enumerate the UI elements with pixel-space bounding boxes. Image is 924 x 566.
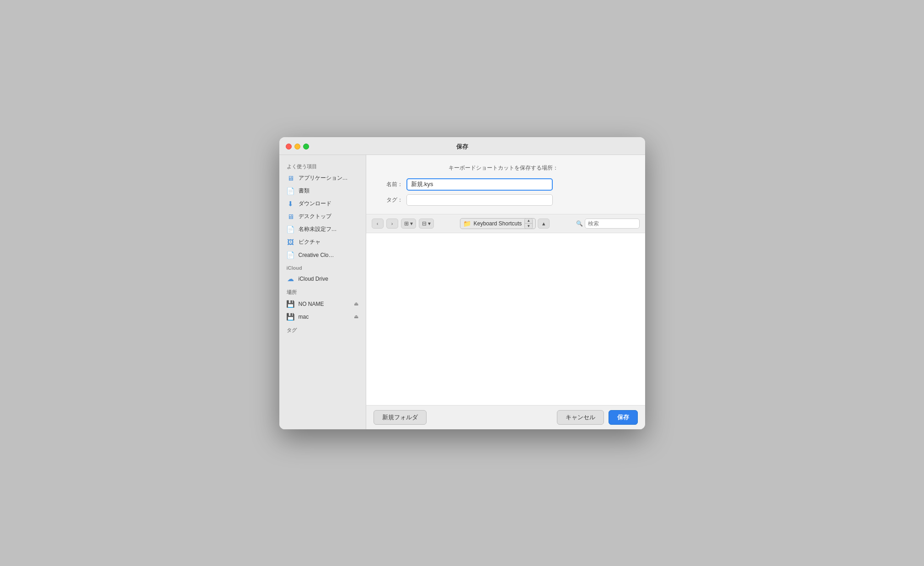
documents-icon: 📄: [287, 187, 295, 195]
sidebar: よく使う項目 🖥 アプリケーション… 📄 書類 ⬇ ダウンロード 🖥 デスクトッ…: [279, 155, 366, 429]
sidebar-item-label: アプリケーション…: [299, 174, 348, 182]
sidebar-section-icloud: iCloud: [279, 262, 366, 272]
collapse-button[interactable]: ▲: [538, 219, 550, 229]
sidebar-item-unnamed-folder[interactable]: 📄 名称未設定フ…: [281, 224, 364, 235]
location-selector[interactable]: 📁 Keyboard Shortcuts ▲ ▼: [460, 218, 536, 229]
filename-input[interactable]: [406, 178, 553, 191]
mac-drive-icon: 💾: [287, 313, 295, 321]
save-button[interactable]: 保存: [609, 410, 638, 425]
grid-view-button[interactable]: ⊟ ▾: [419, 219, 434, 229]
sidebar-item-label: iCloud Drive: [299, 276, 328, 282]
forward-button[interactable]: ›: [386, 219, 398, 229]
back-button[interactable]: ‹: [372, 219, 384, 229]
sidebar-item-mac[interactable]: 💾 mac ⏏: [281, 311, 364, 323]
drive-icon: 💾: [287, 300, 295, 308]
title-bar: 保存: [279, 137, 645, 155]
form-area: キーボードショートカットを保存する場所： 名前： タグ：: [366, 155, 645, 214]
toolbar: ‹ › ⊞ ▾ ⊟ ▾ 📁 Keyboard Shortcuts ▲: [366, 214, 645, 233]
pictures-icon: 🖼: [287, 238, 295, 246]
traffic-lights: [286, 144, 309, 150]
sidebar-item-label: ダウンロード: [299, 200, 331, 208]
creative-cloud-icon: 📄: [287, 251, 295, 259]
sidebar-item-icloud-drive[interactable]: ☁ iCloud Drive: [281, 273, 364, 285]
icon-view-icon: ⊞: [404, 220, 409, 227]
tags-input[interactable]: [406, 194, 553, 206]
stepper-down-button[interactable]: ▼: [525, 224, 532, 229]
maximize-button[interactable]: [303, 144, 309, 150]
desktop-icon: 🖥: [287, 213, 295, 221]
sidebar-item-label: 書類: [299, 187, 310, 195]
file-area: [366, 233, 645, 405]
minimize-button[interactable]: [294, 144, 300, 150]
tags-row: タグ：: [375, 194, 631, 206]
eject-icon[interactable]: ⏏: [354, 301, 358, 307]
cancel-button[interactable]: キャンセル: [557, 410, 604, 425]
main-panel: キーボードショートカットを保存する場所： 名前： タグ： ‹ › ⊞ ▾: [366, 155, 645, 429]
dialog-title: 保存: [456, 143, 468, 151]
save-dialog: 保存 よく使う項目 🖥 アプリケーション… 📄 書類 ⬇ ダウンロード 🖥 デス…: [279, 137, 645, 429]
sidebar-item-label: mac: [299, 314, 309, 320]
right-buttons: キャンセル 保存: [557, 410, 638, 425]
sidebar-section-tags: タグ: [279, 323, 366, 336]
close-button[interactable]: [286, 144, 292, 150]
search-icon: 🔍: [576, 220, 583, 227]
sidebar-item-label: NO NAME: [299, 301, 324, 307]
new-folder-button[interactable]: 新規フォルダ: [374, 410, 427, 425]
icon-view-dropdown: ▾: [410, 220, 413, 227]
sidebar-item-label: ピクチャ: [299, 238, 320, 246]
applications-icon: 🖥: [287, 174, 295, 182]
bottom-bar: 新規フォルダ キャンセル 保存: [366, 405, 645, 429]
stepper-up-button[interactable]: ▲: [525, 219, 532, 224]
sidebar-item-no-name[interactable]: 💾 NO NAME ⏏: [281, 298, 364, 310]
search-input[interactable]: [585, 219, 640, 229]
sidebar-section-favorites: よく使う項目: [279, 160, 366, 172]
sidebar-item-downloads[interactable]: ⬇ ダウンロード: [281, 198, 364, 210]
dialog-content: よく使う項目 🖥 アプリケーション… 📄 書類 ⬇ ダウンロード 🖥 デスクトッ…: [279, 155, 645, 429]
sidebar-item-label: デスクトップ: [299, 213, 331, 220]
eject-mac-icon[interactable]: ⏏: [354, 314, 358, 320]
tags-label: タグ：: [375, 196, 403, 204]
folder-icon: 📄: [287, 225, 295, 234]
sidebar-item-applications[interactable]: 🖥 アプリケーション…: [281, 172, 364, 184]
location-text: Keyboard Shortcuts: [474, 220, 522, 227]
location-stepper[interactable]: ▲ ▼: [524, 218, 533, 229]
icon-view-button[interactable]: ⊞ ▾: [401, 219, 416, 229]
sidebar-item-documents[interactable]: 📄 書類: [281, 185, 364, 197]
sidebar-item-pictures[interactable]: 🖼 ピクチャ: [281, 236, 364, 248]
sidebar-item-label: Creative Clo…: [299, 252, 334, 258]
form-subtitle: キーボードショートカットを保存する場所：: [375, 164, 631, 172]
location-wrapper: 📁 Keyboard Shortcuts ▲ ▼ ▲: [437, 218, 573, 229]
icloud-icon: ☁: [287, 275, 295, 283]
grid-view-icon: ⊟: [422, 220, 427, 227]
sidebar-item-creative-cloud[interactable]: 📄 Creative Clo…: [281, 249, 364, 261]
name-label: 名前：: [375, 181, 403, 188]
downloads-icon: ⬇: [287, 200, 295, 208]
grid-view-dropdown: ▾: [428, 220, 431, 227]
sidebar-section-places: 場所: [279, 285, 366, 298]
name-row: 名前：: [375, 178, 631, 191]
sidebar-item-desktop[interactable]: 🖥 デスクトップ: [281, 211, 364, 223]
folder-location-icon: 📁: [463, 220, 471, 227]
sidebar-item-label: 名称未設定フ…: [299, 225, 337, 233]
search-area: 🔍: [576, 219, 640, 229]
